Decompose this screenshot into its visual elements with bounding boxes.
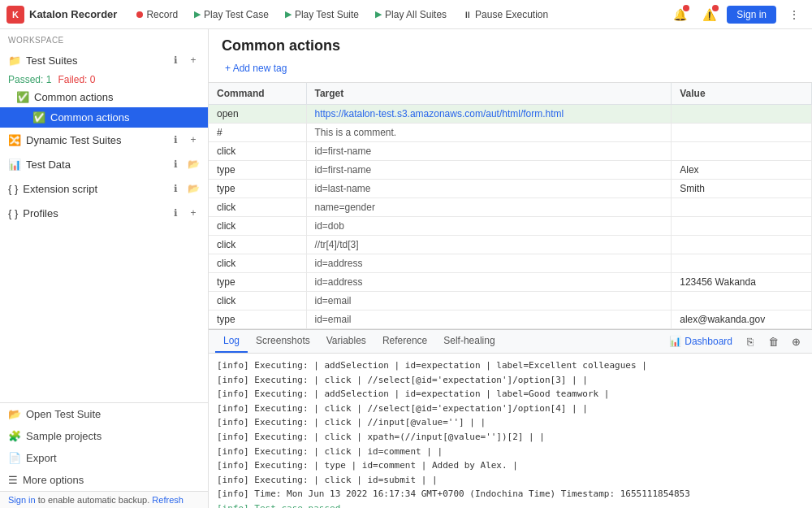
pause-execution-button[interactable]: ⏸ Pause Execution [456, 7, 555, 23]
tab-variables[interactable]: Variables [318, 330, 374, 353]
cell-value [672, 124, 812, 142]
table-row[interactable]: openhttps://katalon-test.s3.amazonaws.co… [209, 105, 812, 124]
refresh-link[interactable]: Refresh [152, 495, 184, 505]
alerts-button[interactable]: ⚠️ [698, 3, 720, 26]
log-line: [info] Executing: | addSelection | id=ex… [217, 358, 804, 373]
dynamic-ts-add-button[interactable]: + [185, 132, 201, 148]
extension-script-info-button[interactable]: ℹ [167, 180, 184, 197]
failed-count: Failed: 0 [58, 74, 95, 85]
tab-self-healing[interactable]: Self-healing [435, 330, 503, 353]
sidebar-item-dynamic-test-suites[interactable]: 🔀 Dynamic Test Suites ℹ + [0, 128, 208, 152]
sidebar-open-test-suite[interactable]: 📂 Open Test Suite [0, 403, 208, 425]
dynamic-ts-label: Dynamic Test Suites [26, 134, 167, 146]
test-suites-add-button[interactable]: + [185, 52, 201, 68]
log-line: [info] Executing: | click | //select[@id… [217, 373, 804, 388]
table-row[interactable]: clickname=gender [209, 198, 812, 217]
cell-command: open [209, 105, 306, 124]
sample-projects-icon: 🧩 [8, 430, 21, 442]
sidebar-item-extension-script[interactable]: { } Extension script ℹ 📂 [0, 176, 208, 201]
table-row[interactable]: clickid=dob [209, 217, 812, 236]
log-line: [info] Test case passed [217, 501, 804, 508]
cell-target: id=first-name [306, 142, 672, 161]
record-button[interactable]: Record [130, 7, 184, 23]
table-row[interactable]: typeid=emailalex@wakanda.gov [209, 310, 812, 329]
cell-command: type [209, 180, 306, 198]
test-suites-icon: 📁 [8, 54, 21, 67]
profiles-info-button[interactable]: ℹ [167, 205, 184, 221]
signin-button[interactable]: Sign in [727, 6, 776, 24]
log-line: [info] Executing: | click | //input[@val… [217, 415, 804, 430]
log-section: Log Screenshots Variables Reference Self… [209, 329, 812, 508]
profiles-add-button[interactable]: + [185, 205, 201, 221]
sidebar-item-common-actions-parent[interactable]: ✅ Common actions [0, 87, 208, 107]
tab-log[interactable]: Log [215, 330, 248, 353]
test-data-info-button[interactable]: ℹ [167, 156, 184, 172]
table-row[interactable]: typeid=last-nameSmith [209, 180, 812, 198]
tab-reference[interactable]: Reference [374, 330, 435, 353]
col-command: Command [209, 83, 306, 105]
cell-command: click [209, 142, 306, 161]
table-row[interactable]: clickid=first-name [209, 142, 812, 161]
dynamic-ts-info-button[interactable]: ℹ [167, 132, 184, 148]
log-line: [info] Executing: | click | xpath=(//inp… [217, 430, 804, 445]
log-tab-right: 📊 Dashboard ⎘ 🗑 ⊕ [664, 332, 806, 351]
table-row[interactable]: clickid=address [209, 254, 812, 273]
more-menu-button[interactable]: ⋮ [783, 3, 806, 26]
test-data-folder-button[interactable]: 📂 [185, 156, 201, 172]
cell-target: This is a comment. [306, 124, 672, 142]
log-line: [info] Executing: | addSelection | id=ex… [217, 387, 804, 402]
table-body: openhttps://katalon-test.s3.amazonaws.co… [209, 105, 812, 330]
sidebar-item-test-data[interactable]: 📊 Test Data ℹ 📂 [0, 152, 208, 176]
play-all-icon: ▶ [375, 9, 382, 20]
notifications-button[interactable]: 🔔 [668, 3, 691, 26]
open-ts-icon: 📂 [8, 408, 21, 420]
cell-value: Alex [672, 161, 812, 180]
notification-badge [683, 5, 689, 11]
passed-count: Passed: 1 [8, 74, 51, 85]
table-row[interactable]: typeid=address123456 Wakanda [209, 273, 812, 292]
log-line: [info] Executing: | click | id=submit | … [217, 473, 804, 488]
cell-value [672, 254, 812, 273]
profiles-label: Profiles [23, 207, 167, 219]
dynamic-ts-icon: 🔀 [8, 134, 21, 146]
cell-value: alex@wakanda.gov [672, 310, 812, 329]
table-row[interactable]: #This is a comment. [209, 124, 812, 142]
clear-log-button[interactable]: 🗑 [763, 332, 783, 351]
cell-command: type [209, 310, 306, 329]
content-area: Common actions + Add new tag Command Tar… [209, 29, 812, 508]
sidebar-item-test-suites[interactable]: 📁 Test Suites ℹ + [0, 48, 208, 72]
signin-link[interactable]: Sign in [8, 495, 36, 505]
pause-icon: ⏸ [463, 10, 472, 20]
cell-target: id=address [306, 273, 672, 292]
page-header: Common actions + Add new tag [209, 29, 812, 83]
play-all-suites-button[interactable]: ▶ Play All Suites [369, 7, 453, 23]
cell-command: click [209, 254, 306, 273]
play-test-suite-button[interactable]: ▶ Play Test Suite [279, 7, 365, 23]
test-suites-info-button[interactable]: ℹ [167, 52, 184, 68]
expand-log-button[interactable]: ⊕ [786, 332, 806, 351]
extension-script-folder-button[interactable]: 📂 [185, 180, 201, 197]
sidebar-sample-projects[interactable]: 🧩 Sample projects [0, 425, 208, 447]
sidebar-item-common-actions-child[interactable]: ✅ Common actions [0, 107, 208, 128]
cell-command: click [209, 217, 306, 236]
page-title: Common actions [222, 37, 799, 54]
table-header-row: Command Target Value [209, 83, 812, 105]
table-row[interactable]: typeid=first-nameAlex [209, 161, 812, 180]
sidebar-export[interactable]: 📄 Export [0, 447, 208, 469]
tab-screenshots[interactable]: Screenshots [248, 330, 318, 353]
log-line: [info] Time: Mon Jun 13 2022 16:17:34 GM… [217, 487, 804, 501]
table-row[interactable]: clickid=email [209, 292, 812, 310]
add-tag-button[interactable]: + Add new tag [222, 61, 290, 76]
cell-command: click [209, 292, 306, 310]
cell-target: id=first-name [306, 161, 672, 180]
dashboard-button[interactable]: 📊 Dashboard [664, 333, 737, 350]
table-row[interactable]: click//tr[4]/td[3] [209, 236, 812, 254]
play-test-case-button[interactable]: ▶ Play Test Case [188, 7, 275, 23]
cell-value: 123456 Wakanda [672, 273, 812, 292]
sidebar-more-options[interactable]: ☰ More options [0, 469, 208, 491]
sidebar-item-profiles[interactable]: { } Profiles ℹ + [0, 201, 208, 225]
copy-log-button[interactable]: ⎘ [741, 332, 760, 351]
cell-command: # [209, 124, 306, 142]
main-layout: WORKSPACE 📁 Test Suites ℹ + Passed: 1 Fa… [0, 29, 812, 508]
dynamic-ts-actions: ℹ + [167, 132, 201, 148]
